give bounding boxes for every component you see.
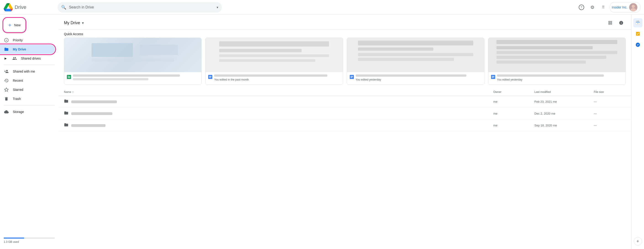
drive-title-dropdown-icon[interactable]: ▾	[82, 21, 84, 25]
add-app-button[interactable]: +	[634, 237, 642, 245]
priority-icon	[4, 38, 9, 42]
file-modified-2: Dec 2, 2020 me	[534, 112, 594, 115]
new-button-icon: +	[8, 22, 12, 28]
main-content: My Drive ▾ Quick Access	[58, 14, 631, 249]
calendar-icon-button[interactable]: 7	[633, 18, 642, 28]
apps-button[interactable]: ⠿	[599, 3, 608, 12]
card-2-preview	[206, 38, 343, 72]
storage-bar-fill	[4, 238, 24, 238]
svg-point-1	[632, 5, 635, 8]
sidebar-item-storage[interactable]: Storage	[0, 107, 55, 116]
sidebar-label-storage: Storage	[13, 110, 24, 114]
header-actions: ? ⚙ ⠿ Insider Inc.	[577, 2, 640, 12]
info-icon	[619, 20, 624, 25]
sidebar-label-trash: Trash	[13, 97, 21, 101]
sidebar-item-starred[interactable]: Starred	[0, 85, 55, 94]
tasks-icon-button[interactable]	[633, 29, 642, 38]
tasks-icon	[635, 31, 640, 36]
sidebar-item-my-drive[interactable]: My Drive	[0, 45, 55, 54]
file-size-1: —	[594, 100, 626, 104]
sidebar-item-priority[interactable]: Priority	[0, 36, 55, 45]
new-button-wrapper: + New	[0, 16, 58, 36]
new-button[interactable]: + New	[4, 18, 25, 32]
file-owner-2: me	[493, 112, 534, 115]
svg-rect-15	[350, 76, 353, 76]
sidebar-label-priority: Priority	[13, 38, 23, 42]
avatar-image	[629, 3, 638, 12]
card-2-name-blur	[214, 74, 327, 77]
svg-marker-4	[4, 88, 8, 92]
storage-used-text: 1.3 GB used	[4, 240, 19, 244]
search-bar[interactable]: 🔍 ▾	[58, 2, 222, 12]
svg-rect-16	[350, 77, 353, 77]
apps-icon: ⠿	[602, 5, 605, 9]
nav-divider-2	[4, 105, 55, 106]
main-header-actions	[606, 18, 626, 28]
info-button[interactable]	[616, 18, 626, 28]
keep-icon-button[interactable]	[633, 40, 642, 49]
sort-icon: ↑	[72, 90, 74, 94]
file-row-1[interactable]: me Feb 23, 2021 me —	[58, 96, 631, 108]
sidebar-item-trash[interactable]: Trash	[0, 94, 55, 104]
right-sidebar: 7 +	[631, 14, 644, 249]
sidebar-item-recent[interactable]: Recent	[0, 76, 55, 85]
search-input[interactable]	[69, 5, 214, 9]
quick-access-label: Quick Access	[58, 30, 631, 38]
shared-with-me-icon	[4, 69, 9, 74]
logo-text: Drive	[14, 4, 26, 10]
sidebar-item-shared-with-me[interactable]: Shared with me	[0, 67, 55, 76]
search-dropdown-icon[interactable]: ▾	[217, 6, 218, 9]
file-owner-3: me	[493, 124, 534, 127]
user-chip[interactable]: Insider Inc.	[610, 2, 640, 12]
size-col-label: File size	[594, 90, 604, 94]
sidebar-item-shared-drives[interactable]: ▶ Shared drives	[0, 54, 55, 63]
modified-column-header: Last modified	[534, 90, 594, 94]
add-app-button-wrapper: +	[634, 237, 642, 245]
drive-title-text: My Drive	[64, 20, 80, 25]
file-modified-3: Sep 18, 2020 me	[534, 124, 594, 127]
grid-view-button[interactable]	[606, 18, 615, 28]
card-2-footer: You edited in the past month	[206, 72, 343, 84]
user-avatar[interactable]	[629, 3, 638, 12]
help-button[interactable]: ?	[577, 3, 586, 12]
svg-text:7: 7	[638, 23, 638, 24]
file-row-3[interactable]: me Sep 18, 2020 me —	[58, 120, 631, 132]
owner-col-label: Owner	[493, 90, 501, 94]
logo-area: Drive	[4, 3, 54, 12]
owner-column-header: Owner	[493, 90, 534, 94]
settings-button[interactable]: ⚙	[588, 3, 597, 12]
file-row-2[interactable]: me Dec 2, 2020 me —	[58, 108, 631, 120]
quick-card-4[interactable]: You edited yesterday	[488, 38, 626, 85]
card-2-date: You edited in the past month	[214, 78, 340, 81]
docs-icon-2	[208, 75, 212, 79]
card-1-footer	[64, 72, 201, 84]
svg-rect-11	[209, 76, 212, 76]
svg-rect-6	[68, 76, 70, 77]
file-name-blur-1	[71, 100, 117, 103]
quick-card-1[interactable]	[64, 38, 202, 85]
svg-rect-24	[637, 21, 638, 22]
storage-bar	[4, 238, 55, 238]
calendar-icon: 7	[635, 20, 640, 25]
recent-icon	[4, 78, 9, 83]
svg-rect-12	[209, 77, 212, 77]
drive-title: My Drive ▾	[64, 20, 84, 25]
card-3-date: You edited yesterday	[356, 78, 482, 81]
card-4-meta: You edited yesterday	[497, 74, 623, 81]
folder-icon-3	[64, 122, 68, 128]
name-column-header[interactable]: Name ↑	[64, 90, 493, 94]
folder-icon-2	[64, 111, 68, 116]
docs-icon-3	[350, 75, 354, 79]
quick-card-2[interactable]: You edited in the past month	[205, 38, 343, 85]
size-column-header: File size	[594, 90, 626, 94]
settings-icon: ⚙	[590, 4, 594, 10]
sidebar-label-shared-drives: Shared drives	[21, 56, 41, 60]
sidebar-label-starred: Starred	[13, 88, 23, 92]
drive-logo-icon	[4, 3, 13, 12]
docs-icon-4	[491, 75, 495, 79]
sidebar-label-recent: Recent	[13, 79, 23, 82]
quick-card-3[interactable]: You edited yesterday	[347, 38, 484, 85]
sidebar-label-shared-with-me: Shared with me	[13, 70, 35, 73]
user-name: Insider Inc.	[612, 6, 627, 9]
app-header: Drive 🔍 ▾ ? ⚙ ⠿ Insider Inc.	[0, 0, 644, 14]
